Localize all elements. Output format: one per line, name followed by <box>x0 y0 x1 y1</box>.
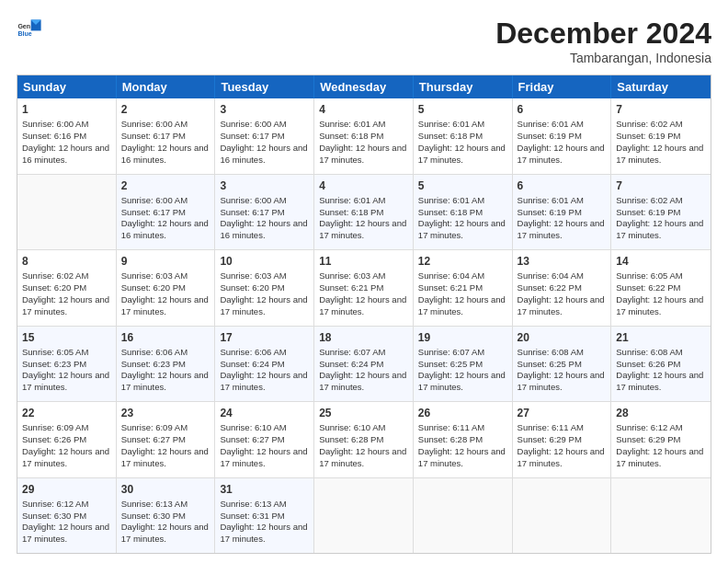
cal-cell <box>513 478 612 554</box>
svg-text:Gen: Gen <box>17 23 30 29</box>
location: Tambarangan, Indonesia <box>495 51 711 65</box>
day-number: 17 <box>220 330 309 345</box>
cal-cell: 21Sunrise: 6:08 AMSunset: 6:26 PMDayligh… <box>611 327 711 402</box>
general-blue-icon: Gen Blue <box>17 17 42 42</box>
calendar: Sunday Monday Tuesday Wednesday Thursday… <box>17 75 711 554</box>
day-number: 21 <box>616 330 706 345</box>
header-wednesday: Wednesday <box>314 75 414 98</box>
day-number: 26 <box>418 406 507 420</box>
calendar-row: 15Sunrise: 6:05 AMSunset: 6:23 PMDayligh… <box>17 326 711 402</box>
cal-cell: 5Sunrise: 6:01 AMSunset: 6:18 PMDaylight… <box>414 98 513 174</box>
day-number: 4 <box>319 178 408 193</box>
cal-cell: 3Sunrise: 6:00 AMSunset: 6:17 PMDaylight… <box>215 98 314 174</box>
cal-cell: 25Sunrise: 6:10 AMSunset: 6:28 PMDayligh… <box>314 402 414 477</box>
cal-cell: 5Sunrise: 6:01 AMSunset: 6:18 PMDaylight… <box>414 175 513 250</box>
cal-cell: 1Sunrise: 6:00 AMSunset: 6:16 PMDaylight… <box>17 98 117 174</box>
cal-cell: 23Sunrise: 6:09 AMSunset: 6:27 PMDayligh… <box>117 402 216 477</box>
cal-cell: 10Sunrise: 6:03 AMSunset: 6:20 PMDayligh… <box>215 250 314 326</box>
day-number: 3 <box>220 102 309 117</box>
header-monday: Monday <box>117 75 216 98</box>
cal-cell: 4Sunrise: 6:01 AMSunset: 6:18 PMDaylight… <box>314 175 414 250</box>
header-sunday: Sunday <box>17 75 117 98</box>
calendar-row: 8Sunrise: 6:02 AMSunset: 6:20 PMDaylight… <box>17 249 711 326</box>
cal-cell: 6Sunrise: 6:01 AMSunset: 6:19 PMDaylight… <box>513 175 612 250</box>
svg-text:Blue: Blue <box>17 30 31 37</box>
cal-cell: 4Sunrise: 6:01 AMSunset: 6:18 PMDaylight… <box>314 98 414 174</box>
day-number: 7 <box>616 178 706 193</box>
title-block: December 2024 Tambarangan, Indonesia <box>495 17 711 65</box>
svg-rect-3 <box>17 17 30 40</box>
day-number: 20 <box>518 330 607 345</box>
cal-cell: 2Sunrise: 6:00 AMSunset: 6:17 PMDaylight… <box>117 175 216 250</box>
header-tuesday: Tuesday <box>215 75 314 98</box>
cal-cell: 6Sunrise: 6:01 AMSunset: 6:19 PMDaylight… <box>513 98 612 174</box>
day-number: 7 <box>616 102 706 117</box>
day-number: 12 <box>418 254 507 269</box>
cal-cell <box>611 478 711 554</box>
cal-cell: 11Sunrise: 6:03 AMSunset: 6:21 PMDayligh… <box>314 250 414 326</box>
month-year: December 2024 <box>495 17 711 51</box>
day-number: 3 <box>220 178 309 193</box>
day-number: 13 <box>518 254 607 269</box>
cal-cell: 22Sunrise: 6:09 AMSunset: 6:26 PMDayligh… <box>17 402 117 477</box>
calendar-row: 29Sunrise: 6:12 AMSunset: 6:30 PMDayligh… <box>17 477 711 554</box>
cal-cell: 7Sunrise: 6:02 AMSunset: 6:19 PMDaylight… <box>611 175 711 250</box>
cal-cell: 27Sunrise: 6:11 AMSunset: 6:29 PMDayligh… <box>513 402 612 477</box>
day-number: 16 <box>121 330 210 345</box>
header-thursday: Thursday <box>414 75 513 98</box>
day-number: 5 <box>418 178 507 193</box>
cal-cell: 18Sunrise: 6:07 AMSunset: 6:24 PMDayligh… <box>314 327 414 402</box>
cal-cell <box>17 175 117 250</box>
day-number: 14 <box>616 254 706 269</box>
cal-cell: 8Sunrise: 6:02 AMSunset: 6:20 PMDaylight… <box>17 250 117 326</box>
calendar-row: 1Sunrise: 6:00 AMSunset: 6:16 PMDaylight… <box>17 98 711 174</box>
day-number: 9 <box>121 254 210 269</box>
cal-cell: 24Sunrise: 6:10 AMSunset: 6:27 PMDayligh… <box>215 402 314 477</box>
cal-cell: 19Sunrise: 6:07 AMSunset: 6:25 PMDayligh… <box>414 327 513 402</box>
day-number: 22 <box>22 406 111 420</box>
day-number: 1 <box>22 102 111 117</box>
page: Gen Blue December 2024 Tambarangan, Indo… <box>0 0 728 563</box>
calendar-body: 1Sunrise: 6:00 AMSunset: 6:16 PMDaylight… <box>17 98 711 553</box>
cal-cell: 30Sunrise: 6:13 AMSunset: 6:30 PMDayligh… <box>117 478 216 554</box>
day-number: 2 <box>121 102 210 117</box>
logo: Gen Blue <box>17 17 44 42</box>
cal-cell: 3Sunrise: 6:00 AMSunset: 6:17 PMDaylight… <box>215 175 314 250</box>
cal-cell <box>414 478 513 554</box>
cal-cell: 9Sunrise: 6:03 AMSunset: 6:20 PMDaylight… <box>117 250 216 326</box>
day-number: 25 <box>319 406 408 420</box>
header: Gen Blue December 2024 Tambarangan, Indo… <box>17 17 711 65</box>
cal-cell: 26Sunrise: 6:11 AMSunset: 6:28 PMDayligh… <box>414 402 513 477</box>
day-number: 2 <box>121 178 210 193</box>
calendar-header: Sunday Monday Tuesday Wednesday Thursday… <box>17 75 711 98</box>
cal-cell: 17Sunrise: 6:06 AMSunset: 6:24 PMDayligh… <box>215 327 314 402</box>
cal-cell: 7Sunrise: 6:02 AMSunset: 6:19 PMDaylight… <box>611 98 711 174</box>
day-number: 27 <box>518 406 607 420</box>
day-number: 23 <box>121 406 210 420</box>
cal-cell: 13Sunrise: 6:04 AMSunset: 6:22 PMDayligh… <box>513 250 612 326</box>
cal-cell: 29Sunrise: 6:12 AMSunset: 6:30 PMDayligh… <box>17 478 117 554</box>
day-number: 19 <box>418 330 507 345</box>
header-friday: Friday <box>513 75 612 98</box>
day-number: 5 <box>418 102 507 117</box>
day-number: 6 <box>518 102 607 117</box>
day-number: 4 <box>319 102 408 117</box>
day-number: 24 <box>220 406 309 420</box>
cal-cell: 14Sunrise: 6:05 AMSunset: 6:22 PMDayligh… <box>611 250 711 326</box>
cal-cell <box>314 478 414 554</box>
day-number: 15 <box>22 330 111 345</box>
calendar-row: 22Sunrise: 6:09 AMSunset: 6:26 PMDayligh… <box>17 401 711 477</box>
cal-cell: 12Sunrise: 6:04 AMSunset: 6:21 PMDayligh… <box>414 250 513 326</box>
day-number: 31 <box>220 482 309 497</box>
cal-cell: 31Sunrise: 6:13 AMSunset: 6:31 PMDayligh… <box>215 478 314 554</box>
header-saturday: Saturday <box>611 75 711 98</box>
calendar-row: 2Sunrise: 6:00 AMSunset: 6:17 PMDaylight… <box>17 174 711 250</box>
cal-cell: 2Sunrise: 6:00 AMSunset: 6:17 PMDaylight… <box>117 98 216 174</box>
day-number: 11 <box>319 254 408 269</box>
day-number: 6 <box>518 178 607 193</box>
day-number: 30 <box>121 482 210 497</box>
cal-cell: 28Sunrise: 6:12 AMSunset: 6:29 PMDayligh… <box>611 402 711 477</box>
day-number: 18 <box>319 330 408 345</box>
day-number: 10 <box>220 254 309 269</box>
cal-cell: 16Sunrise: 6:06 AMSunset: 6:23 PMDayligh… <box>117 327 216 402</box>
